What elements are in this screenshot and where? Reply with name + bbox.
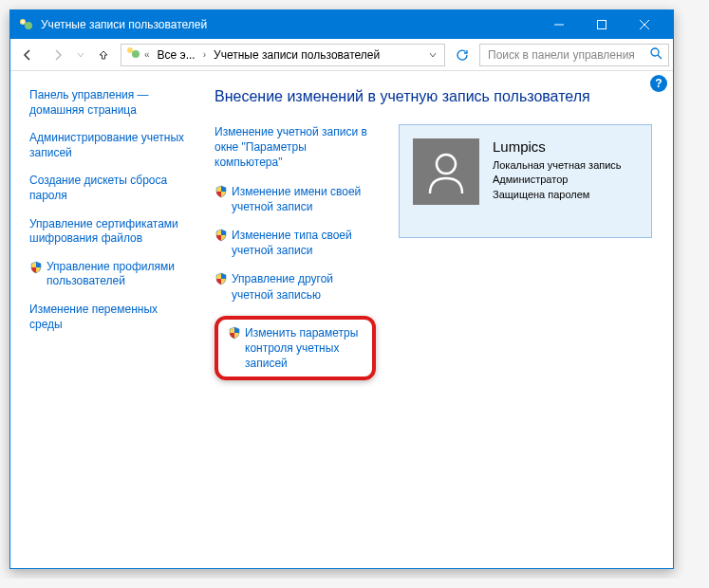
sidebar-item-label: Администрирование учетных записей (29, 131, 188, 160)
search-icon[interactable] (650, 47, 662, 63)
control-panel-icon (125, 46, 140, 64)
maximize-button[interactable] (580, 10, 623, 39)
task-list: Изменение учетной записи в окне "Парамет… (215, 124, 376, 390)
svg-point-8 (132, 50, 140, 58)
task-label: Изменение учетной записи в окне "Парамет… (215, 124, 376, 171)
back-button[interactable] (14, 42, 41, 68)
svg-point-1 (25, 22, 32, 29)
chevron-right-icon: › (201, 49, 208, 60)
sidebar-item-label: Изменение переменных среды (29, 303, 188, 332)
sidebar-item-reset-disk[interactable]: Создание дискеты сброса пароля (29, 174, 188, 203)
svg-point-7 (127, 47, 133, 53)
user-name: Lumpics (493, 138, 638, 155)
sidebar-item-env[interactable]: Изменение переменных среды (29, 303, 188, 332)
svg-point-2 (21, 20, 25, 24)
chevron-icon: « (142, 49, 152, 60)
user-card: Lumpics Локальная учетная запись Админис… (399, 124, 652, 238)
control-panel-window: Учетные записи пользователей (9, 9, 674, 569)
up-button[interactable] (90, 42, 117, 68)
minimize-button[interactable] (537, 10, 580, 39)
breadcrumb-seg-2[interactable]: Учетные записи пользователей (210, 46, 383, 64)
breadcrumb[interactable]: « Все э... › Учетные записи пользователе… (121, 44, 445, 66)
task-change-name[interactable]: Изменение имени своей учетной записи (215, 184, 376, 214)
task-manage-other[interactable]: Управление другой учетной записью (215, 271, 376, 302)
close-button[interactable] (623, 10, 665, 39)
search-box[interactable] (479, 44, 669, 66)
sidebar-item-admin[interactable]: Администрирование учетных записей (29, 131, 188, 160)
svg-point-11 (437, 155, 456, 174)
forward-button[interactable] (45, 42, 71, 68)
refresh-button[interactable] (449, 44, 476, 66)
task-pc-settings[interactable]: Изменение учетной записи в окне "Парамет… (215, 124, 376, 171)
shield-icon (228, 326, 241, 340)
shield-icon (215, 229, 228, 242)
svg-point-9 (651, 48, 659, 56)
breadcrumb-seg-1[interactable]: Все э... (154, 46, 199, 64)
task-uac-settings[interactable]: Изменить параметры контроля учетных запи… (228, 325, 363, 372)
sidebar-item-certs[interactable]: Управление сертификатами шифрования файл… (29, 217, 188, 247)
sidebar: Панель управления — домашняя страница Ад… (10, 71, 196, 568)
search-input[interactable] (486, 47, 650, 63)
main-columns: Изменение учетной записи в окне "Парамет… (215, 124, 652, 390)
sidebar-item-label: Управление профилями пользователей (47, 260, 188, 289)
main-panel: Внесение изменений в учетную запись поль… (196, 71, 673, 568)
user-account-type: Локальная учетная запись (493, 158, 638, 173)
task-change-type[interactable]: Изменение типа своей учетной записи (215, 228, 376, 258)
task-label: Изменение типа своей учетной записи (232, 228, 376, 258)
sidebar-item-label: Управление сертификатами шифрования файл… (29, 217, 188, 247)
user-password-status: Защищена паролем (493, 188, 638, 202)
sidebar-item-label: Создание дискеты сброса пароля (29, 174, 188, 203)
svg-rect-4 (597, 21, 606, 29)
breadcrumb-dropdown[interactable] (425, 48, 440, 62)
toolbar: « Все э... › Учетные записи пользователе… (10, 39, 673, 71)
avatar (413, 138, 479, 205)
svg-line-10 (658, 55, 662, 59)
sidebar-item-home[interactable]: Панель управления — домашняя страница (29, 88, 188, 118)
page-title: Внесение изменений в учетную запись поль… (215, 88, 652, 105)
user-info: Lumpics Локальная учетная запись Админис… (493, 138, 638, 202)
recent-dropdown[interactable] (75, 42, 86, 68)
content-area: ? Панель управления — домашняя страница … (10, 71, 673, 568)
task-label: Управление другой учетной записью (232, 271, 376, 302)
window-controls (537, 10, 665, 39)
shield-icon (215, 185, 228, 198)
highlighted-task: Изменить параметры контроля учетных запи… (215, 316, 376, 381)
shield-icon (29, 261, 43, 274)
task-label: Изменение имени своей учетной записи (232, 184, 376, 214)
sidebar-item-label: Панель управления — домашняя страница (29, 88, 188, 118)
titlebar: Учетные записи пользователей (10, 10, 673, 39)
user-accounts-icon (18, 17, 33, 32)
user-role: Администратор (493, 173, 638, 187)
task-label: Изменить параметры контроля учетных запи… (245, 325, 363, 372)
sidebar-item-profiles[interactable]: Управление профилями пользователей (29, 260, 188, 289)
shield-icon (215, 272, 228, 285)
window-title: Учетные записи пользователей (41, 18, 207, 31)
